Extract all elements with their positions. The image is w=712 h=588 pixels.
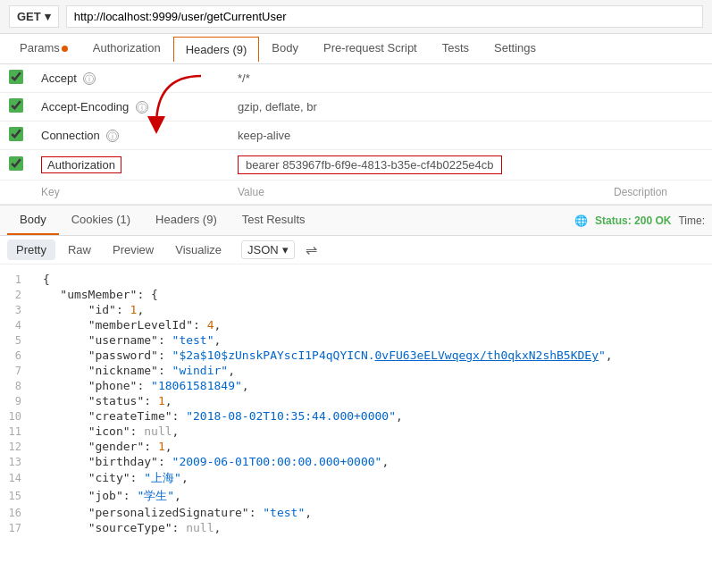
accept-checkbox[interactable]	[9, 70, 23, 84]
params-dot	[62, 46, 68, 52]
tab-headers[interactable]: Headers (9)	[173, 37, 260, 62]
connection-checkbox[interactable]	[9, 127, 23, 141]
authorization-key: Authorization	[41, 156, 121, 173]
tab-params[interactable]: Params	[7, 34, 80, 63]
tab-response-cookies-label: Cookies (1)	[71, 213, 130, 226]
json-line-15: 15 "job": "学生",	[0, 487, 712, 505]
line-content-1: {	[32, 273, 712, 286]
json-line-1: 1 {	[0, 272, 712, 287]
format-label: JSON	[247, 243, 279, 256]
tab-authorization[interactable]: Authorization	[80, 34, 173, 63]
tab-response-body-label: Body	[20, 213, 46, 226]
connection-key: Connection	[41, 129, 100, 142]
tab-settings-label: Settings	[494, 41, 536, 55]
line-content-5: "username": "test",	[32, 333, 712, 347]
tab-body-label: Body	[272, 41, 298, 55]
kv-value-label: Value	[238, 186, 264, 198]
line-content-10: "createTime": "2018-08-02T10:35:44.000+0…	[32, 409, 712, 423]
accept-key: Accept	[41, 71, 77, 85]
json-line-17: 17 "sourceType": null,	[0, 520, 712, 535]
resp-tab-visualize[interactable]: Visualize	[166, 239, 230, 260]
kv-header-row: Key Value Description	[0, 181, 712, 205]
accept-encoding-key: Accept-Encoding	[41, 100, 129, 113]
line-content-14: "city": "上海",	[32, 470, 712, 486]
line-num-11: 11	[0, 425, 32, 438]
method-select[interactable]: GET ▾	[9, 5, 59, 28]
line-num-7: 7	[0, 365, 32, 377]
json-line-4: 4 "memberLevelId": 4,	[0, 317, 712, 332]
method-label: GET	[17, 10, 41, 23]
resp-tab-preview[interactable]: Preview	[104, 239, 163, 260]
line-num-12: 12	[0, 441, 32, 453]
line-num-10: 10	[0, 410, 32, 423]
line-num-9: 9	[0, 395, 32, 407]
accept-encoding-info-icon[interactable]: ⓘ	[136, 101, 148, 113]
json-line-8: 8 "phone": "18061581849",	[0, 378, 712, 393]
json-line-9: 9 "status": 1,	[0, 393, 712, 408]
tab-tests[interactable]: Tests	[430, 34, 482, 63]
format-select[interactable]: JSON ▾	[241, 240, 295, 259]
resp-tab-visualize-label: Visualize	[175, 243, 222, 256]
line-num-14: 14	[0, 472, 32, 484]
line-content-2: "umsMember": {	[32, 288, 712, 301]
method-chevron: ▾	[45, 10, 51, 23]
connection-info-icon[interactable]: ⓘ	[106, 130, 119, 142]
resp-tab-preview-label: Preview	[113, 243, 154, 256]
kv-desc-label: Description	[614, 186, 667, 198]
tab-prerequest-label: Pre-request Script	[323, 41, 417, 55]
url-bar: GET ▾	[0, 0, 712, 34]
url-input[interactable]	[66, 5, 703, 28]
tab-response-cookies[interactable]: Cookies (1)	[59, 206, 143, 235]
tab-params-label: Params	[20, 41, 60, 55]
resp-tab-pretty-label: Pretty	[16, 243, 46, 256]
authorization-value: bearer 853967fb-6f9e-4813-b35e-cf4b0225e…	[238, 155, 502, 174]
headers-table: Accept ⓘ */* Accept-Encoding ⓘ gzip, def…	[0, 64, 712, 205]
response-status-section: 🌐 Status: 200 OK Time:	[574, 214, 705, 227]
tab-prerequest[interactable]: Pre-request Script	[311, 34, 430, 63]
json-line-5: 5 "username": "test",	[0, 332, 712, 348]
line-num-6: 6	[0, 349, 32, 362]
tab-response-headers[interactable]: Headers (9)	[143, 206, 230, 235]
time-text: Time:	[678, 214, 705, 227]
line-num-16: 16	[0, 507, 32, 519]
line-content-4: "memberLevelId": 4,	[32, 318, 712, 332]
tab-response-headers-label: Headers (9)	[155, 213, 217, 226]
line-content-12: "gender": 1,	[32, 440, 712, 453]
status-text: Status: 200 OK	[595, 214, 671, 227]
json-line-11: 11 "icon": null,	[0, 424, 712, 439]
accept-encoding-checkbox[interactable]	[9, 98, 23, 113]
line-content-15: "job": "学生",	[32, 488, 712, 504]
line-content-16: "personalizedSignature": "test",	[32, 506, 712, 519]
json-line-16: 16 "personalizedSignature": "test",	[0, 505, 712, 520]
resp-tab-raw-label: Raw	[68, 243, 91, 256]
line-num-2: 2	[0, 289, 32, 301]
line-num-15: 15	[0, 490, 32, 502]
line-content-3: "id": 1,	[32, 303, 712, 316]
tab-response-testresults[interactable]: Test Results	[230, 206, 318, 235]
header-row-authorization: Authorization bearer 853967fb-6f9e-4813-…	[0, 150, 712, 181]
line-content-6: "password": "$2a$10$zUnskPAYscI1P4qQYICN…	[32, 349, 712, 362]
accept-info-icon[interactable]: ⓘ	[83, 72, 96, 85]
accept-encoding-value: gzip, deflate, br	[238, 100, 317, 113]
line-num-5: 5	[0, 334, 32, 347]
resp-tab-pretty[interactable]: Pretty	[7, 239, 55, 260]
json-line-10: 10 "createTime": "2018-08-02T10:35:44.00…	[0, 408, 712, 424]
header-row-accept: Accept ⓘ */*	[0, 64, 712, 93]
tab-tests-label: Tests	[442, 41, 469, 55]
line-num-1: 1	[0, 273, 32, 286]
line-num-8: 8	[0, 380, 32, 392]
tab-settings[interactable]: Settings	[482, 34, 549, 63]
wrap-icon[interactable]: ⇌	[306, 241, 317, 258]
top-tab-bar: Params Authorization Headers (9) Body Pr…	[0, 34, 712, 64]
format-chevron: ▾	[282, 243, 289, 256]
tab-response-body[interactable]: Body	[7, 206, 59, 235]
json-line-3: 3 "id": 1,	[0, 302, 712, 317]
authorization-checkbox[interactable]	[9, 156, 23, 171]
line-content-17: "sourceType": null,	[32, 521, 712, 534]
line-num-13: 13	[0, 456, 32, 468]
accept-value: */*	[238, 71, 250, 85]
kv-key-label: Key	[41, 186, 60, 198]
line-content-8: "phone": "18061581849",	[32, 379, 712, 392]
resp-tab-raw[interactable]: Raw	[59, 239, 100, 260]
tab-body[interactable]: Body	[259, 34, 311, 63]
